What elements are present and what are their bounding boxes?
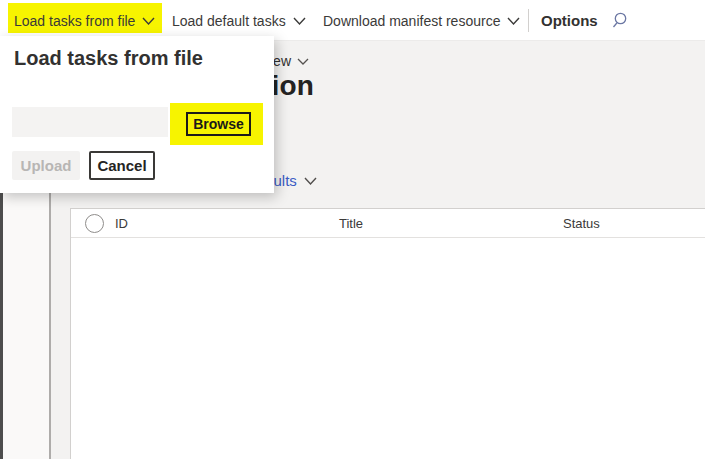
menu-download-manifest-resource-label: Download manifest resource <box>323 13 500 29</box>
chevron-down-icon <box>507 13 520 29</box>
column-header-title[interactable]: Title <box>339 209 363 238</box>
select-all-radio[interactable] <box>85 214 104 233</box>
chevron-down-icon <box>297 53 309 69</box>
menu-load-default-tasks-label: Load default tasks <box>172 13 286 29</box>
app-window: view tion sults ID Title Status Load tas… <box>0 0 705 459</box>
tasks-table-header: ID Title Status <box>71 209 705 238</box>
column-header-status[interactable]: Status <box>563 209 600 238</box>
menu-load-default-tasks[interactable]: Load default tasks <box>172 0 306 41</box>
menu-load-tasks-from-file[interactable]: Load tasks from file <box>14 0 155 41</box>
file-path-input[interactable] <box>12 107 168 137</box>
tasks-table: ID Title Status <box>70 208 705 459</box>
browse-button[interactable]: Browse <box>186 112 251 136</box>
search-icon[interactable] <box>612 11 632 31</box>
upload-button[interactable]: Upload <box>12 151 80 180</box>
chevron-down-icon <box>304 172 317 189</box>
menu-download-manifest-resource[interactable]: Download manifest resource <box>323 0 520 41</box>
toolbar-divider <box>528 9 529 32</box>
flyout-title: Load tasks from file <box>14 47 203 70</box>
menu-load-tasks-from-file-label: Load tasks from file <box>14 13 135 29</box>
column-header-id[interactable]: ID <box>115 209 128 238</box>
chevron-down-icon <box>293 13 306 29</box>
chevron-down-icon <box>142 13 155 29</box>
cancel-button[interactable]: Cancel <box>89 151 155 180</box>
menu-options[interactable]: Options <box>541 0 598 41</box>
command-bar: Load tasks from file Load default tasks … <box>0 0 705 41</box>
load-tasks-flyout: Load tasks from file Browse Upload Cance… <box>0 36 274 193</box>
